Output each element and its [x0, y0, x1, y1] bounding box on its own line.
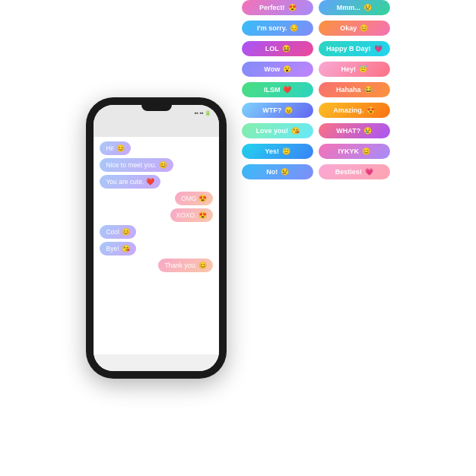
sticker-text: Yes! — [265, 148, 279, 155]
sticker[interactable]: WHAT?😢 — [319, 123, 390, 138]
bubble-text: Hi! — [106, 144, 113, 152]
sticker[interactable]: Hahaha😂 — [319, 82, 390, 97]
nav-bar[interactable] — [94, 122, 219, 137]
sticker-emoji: 😇 — [282, 148, 290, 155]
bubble-emoji: 😘 — [122, 245, 130, 252]
chat-bubble: Nice to meet you.😊 — [100, 158, 173, 172]
bubble-emoji: 😊 — [159, 161, 167, 169]
bubble-emoji: 😍 — [198, 195, 207, 202]
sticker-text: Mmm... — [337, 4, 360, 11]
chat-bubble: OMG😍 — [175, 192, 213, 205]
sticker-grid: Perfect!😍Mmm...😢I'm sorry.😔Okay😊LOL😆Happ… — [242, 0, 389, 179]
sticker-emoji: 😊 — [362, 148, 370, 155]
sticker[interactable]: Perfect!😍 — [242, 0, 313, 15]
sticker-text: Love you! — [255, 127, 288, 135]
sticker[interactable]: WTF?😠 — [242, 103, 313, 118]
phone: ▪▪ ▪▪ 🔋 Hi!😊Nice to meet you.😊You are cu… — [86, 97, 227, 379]
sticker-emoji: 😇 — [359, 65, 367, 73]
phone-notch — [141, 105, 172, 111]
bubble-emoji: 😊 — [122, 228, 130, 236]
sticker-text: Amazing. — [333, 106, 363, 114]
sticker[interactable]: IYKYK😊 — [319, 144, 390, 159]
sticker[interactable]: No!😢 — [242, 164, 313, 179]
sticker-emoji: 😆 — [282, 45, 290, 52]
sticker-text: Happy B Day! — [326, 45, 371, 52]
bubble-text: Thank you. — [164, 262, 196, 269]
sticker-text: Besties! — [335, 168, 362, 176]
sticker-text: LOL — [265, 45, 279, 52]
chat-bubble: Thank you.😊 — [158, 259, 213, 272]
sticker[interactable]: Love you!😘 — [242, 123, 313, 138]
sticker-text: Wow — [264, 65, 280, 73]
main-container: ▪▪ ▪▪ 🔋 Hi!😊Nice to meet you.😊You are cu… — [0, 0, 476, 476]
chat-bubble: Bye!😘 — [100, 242, 135, 255]
sticker[interactable]: ILSM❤️ — [242, 82, 313, 97]
bubble-text: You are cute. — [106, 178, 144, 186]
sticker-emoji: 😍 — [367, 106, 375, 114]
sticker[interactable]: LOL😆 — [242, 41, 313, 56]
bubble-text: XOXO. — [176, 211, 197, 219]
sticker-emoji: 😂 — [364, 86, 373, 94]
sticker-emoji: 💗 — [365, 168, 373, 176]
bubble-emoji: 😊 — [116, 144, 125, 152]
sticker-text: Perfect! — [259, 4, 285, 11]
sticker[interactable]: Happy B Day!💗 — [319, 41, 390, 56]
sticker[interactable]: Besties!💗 — [319, 164, 390, 179]
sticker-text: I'm sorry. — [257, 24, 287, 32]
chat-bubble: XOXO.😍 — [170, 208, 214, 222]
bottom-bar — [94, 354, 219, 371]
signal-icons: ▪▪ ▪▪ 🔋 — [195, 110, 212, 116]
sticker[interactable]: Wow😮 — [242, 62, 313, 77]
sticker-emoji: 😊 — [360, 24, 368, 32]
sticker-emoji: 😔 — [290, 24, 298, 32]
sticker-emoji: 😢 — [363, 4, 372, 11]
sticker-emoji: 😢 — [363, 127, 372, 135]
sticker[interactable]: I'm sorry.😔 — [242, 21, 313, 36]
sticker-text: No! — [266, 168, 278, 176]
chat-bubble: You are cute.❤️ — [100, 175, 160, 189]
sticker-emoji: 💗 — [374, 45, 382, 52]
bubble-emoji: ❤️ — [146, 178, 154, 186]
bubble-text: Cool — [106, 228, 119, 236]
sticker-text: Hahaha — [336, 86, 361, 94]
bubble-text: Nice to meet you. — [106, 161, 156, 169]
sticker-text: WTF? — [262, 106, 281, 114]
sticker-text: Okay — [340, 24, 357, 32]
sticker-emoji: 😮 — [283, 65, 291, 73]
sticker-text: Hey! — [341, 65, 357, 73]
bubble-text: Bye! — [106, 245, 119, 252]
sticker[interactable]: Amazing.😍 — [319, 103, 390, 118]
sticker-text: ILSM — [264, 86, 281, 94]
sticker-emoji: 😘 — [291, 127, 300, 135]
sticker[interactable]: Hey!😇 — [319, 62, 390, 77]
sticker[interactable]: Yes!😇 — [242, 144, 313, 159]
phone-screen: ▪▪ ▪▪ 🔋 Hi!😊Nice to meet you.😊You are cu… — [94, 105, 219, 371]
chat-bubble: Cool😊 — [100, 225, 135, 239]
chat-area: Hi!😊Nice to meet you.😊You are cute.❤️OMG… — [94, 137, 219, 354]
sticker-emoji: 😍 — [288, 4, 297, 11]
sticker[interactable]: Mmm...😢 — [319, 0, 390, 15]
sticker-text: WHAT? — [336, 127, 360, 135]
sticker-emoji: ❤️ — [283, 86, 291, 94]
bubble-emoji: 😊 — [198, 262, 207, 269]
sticker-emoji: 😢 — [281, 168, 289, 176]
sticker-emoji: 😠 — [284, 106, 293, 114]
sticker[interactable]: Okay😊 — [319, 21, 390, 36]
sticker-text: IYKYK — [338, 148, 360, 155]
bubble-text: OMG — [181, 195, 196, 202]
bubble-emoji: 😍 — [198, 211, 207, 219]
chat-bubble: Hi!😊 — [100, 141, 130, 155]
